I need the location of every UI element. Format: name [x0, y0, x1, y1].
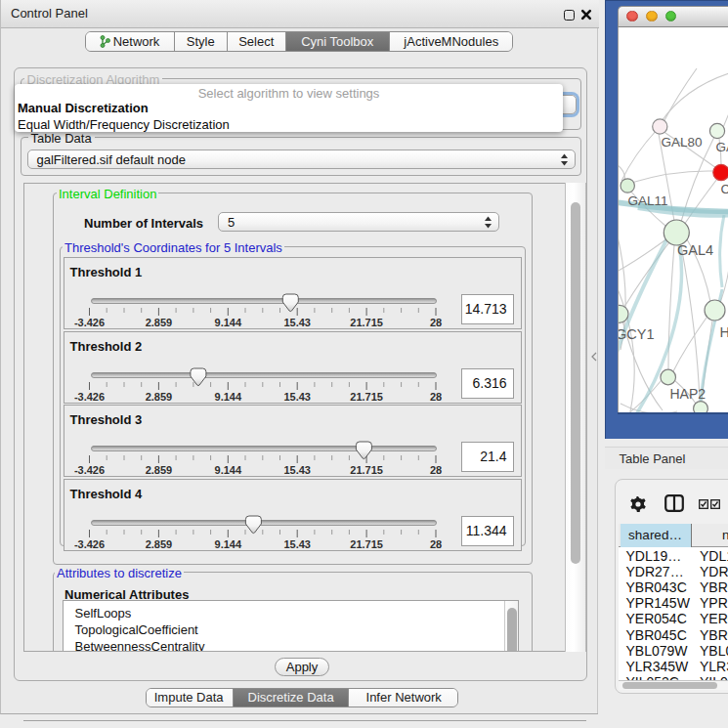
svg-text:15.43: 15.43	[283, 538, 311, 550]
svg-text:21.715: 21.715	[350, 538, 383, 550]
svg-text:9.144: 9.144	[214, 538, 241, 550]
svg-text:2.859: 2.859	[145, 390, 172, 402]
svg-text:GAL11: GAL11	[628, 193, 668, 208]
svg-text:21.715: 21.715	[350, 390, 383, 402]
svg-text:-3.426: -3.426	[73, 538, 104, 550]
svg-text:2.859: 2.859	[145, 464, 172, 476]
svg-text:28: 28	[429, 390, 441, 402]
svg-text:-3.426: -3.426	[73, 464, 104, 476]
svg-text:GAL4: GAL4	[677, 242, 713, 258]
svg-text:28: 28	[429, 317, 441, 328]
svg-text:28: 28	[429, 538, 441, 550]
svg-text:GA: GA	[716, 140, 728, 154]
svg-text:9.144: 9.144	[214, 390, 241, 402]
svg-text:15.43: 15.43	[283, 464, 311, 476]
svg-text:15.43: 15.43	[283, 317, 311, 328]
svg-text:21.715: 21.715	[350, 317, 383, 328]
svg-text:GAL80: GAL80	[662, 135, 703, 150]
svg-text:H: H	[720, 324, 728, 340]
svg-text:21.715: 21.715	[350, 464, 383, 476]
svg-text:9.144: 9.144	[214, 317, 241, 328]
svg-text:-3.426: -3.426	[73, 317, 104, 328]
svg-text:28: 28	[429, 464, 441, 476]
svg-text:GCY1: GCY1	[619, 326, 655, 342]
svg-text:9.144: 9.144	[214, 464, 241, 476]
svg-text:15.43: 15.43	[283, 390, 311, 402]
svg-text:HAP2: HAP2	[670, 386, 707, 402]
svg-text:C: C	[721, 182, 728, 196]
svg-text:2.859: 2.859	[145, 317, 172, 328]
svg-text:-3.426: -3.426	[73, 390, 104, 402]
svg-text:2.859: 2.859	[145, 538, 172, 550]
